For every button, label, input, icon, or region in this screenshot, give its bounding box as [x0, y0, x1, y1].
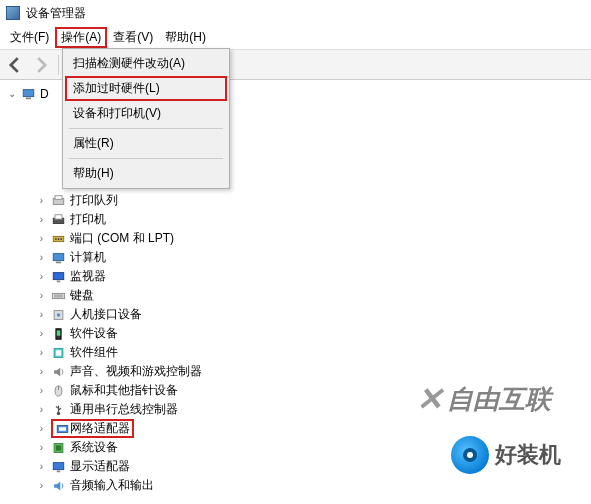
tree-item[interactable]: ›软件设备 — [6, 324, 591, 343]
audio-io-icon — [51, 479, 66, 493]
chevron-right-icon[interactable]: › — [36, 461, 47, 472]
tree-item[interactable]: ›键盘 — [6, 286, 591, 305]
forward-button[interactable] — [30, 54, 52, 76]
menu-view[interactable]: 查看(V) — [107, 27, 159, 48]
hid-icon — [51, 308, 66, 322]
tree-item[interactable]: ›打印队列 — [6, 191, 591, 210]
menu-help[interactable]: 帮助(H) — [159, 27, 212, 48]
watermark-logo-icon — [451, 436, 489, 474]
svg-rect-28 — [59, 427, 66, 431]
svg-rect-30 — [56, 445, 61, 450]
svg-rect-12 — [53, 272, 64, 279]
chevron-right-icon[interactable]: › — [36, 328, 47, 339]
tree-item[interactable]: ›软件组件 — [6, 343, 591, 362]
dropdown-scan[interactable]: 扫描检测硬件改动(A) — [65, 51, 227, 76]
highlight-box: 网络适配器 — [51, 419, 134, 438]
port-icon — [51, 232, 66, 246]
tree-item-label: 监视器 — [70, 268, 106, 285]
network-icon — [55, 422, 70, 436]
svg-point-8 — [58, 238, 60, 240]
toolbar-separator — [58, 55, 59, 75]
dropdown-help[interactable]: 帮助(H) — [65, 161, 227, 186]
system-icon — [51, 441, 66, 455]
printer-icon — [51, 213, 66, 227]
tree-item-label: 系统设备 — [70, 439, 118, 456]
watermark-2: 好装机 — [451, 436, 561, 474]
svg-rect-13 — [57, 280, 61, 282]
chevron-right-icon[interactable]: › — [36, 309, 47, 320]
tree-item-label: 端口 (COM 和 LPT) — [70, 230, 174, 247]
app-icon — [6, 6, 20, 20]
computer-icon — [21, 87, 36, 101]
tree-item[interactable]: ›打印机 — [6, 210, 591, 229]
dropdown-add-legacy[interactable]: 添加过时硬件(L) — [65, 76, 227, 101]
chevron-right-icon[interactable]: › — [36, 214, 47, 225]
chevron-right-icon[interactable]: › — [36, 480, 47, 491]
tree-item[interactable]: ›声音、视频和游戏控制器 — [6, 362, 591, 381]
chevron-right-icon[interactable]: › — [36, 233, 47, 244]
tree-item-label: 音频输入和输出 — [70, 477, 154, 494]
software-icon — [51, 327, 66, 341]
menu-action[interactable]: 操作(A) — [55, 27, 107, 48]
watermark-1: ✕ 自由互联 — [416, 380, 551, 418]
tree-item[interactable]: ›监视器 — [6, 267, 591, 286]
watermark-1-text: 自由互联 — [447, 382, 551, 417]
tree-item-label: 人机接口设备 — [70, 306, 142, 323]
tree-item-label: 通用串行总线控制器 — [70, 401, 178, 418]
tree-item-label: 软件组件 — [70, 344, 118, 361]
tree-item[interactable]: ›音频输入和输出 — [6, 476, 591, 495]
display-icon — [51, 460, 66, 474]
svg-rect-11 — [56, 261, 61, 263]
window-title: 设备管理器 — [26, 5, 86, 22]
svg-rect-20 — [57, 330, 61, 335]
back-button[interactable] — [4, 54, 26, 76]
chevron-right-icon[interactable]: › — [36, 423, 47, 434]
usb-icon — [51, 403, 66, 417]
tree-item-label: 计算机 — [70, 249, 106, 266]
action-dropdown: 扫描检测硬件改动(A) 添加过时硬件(L) 设备和打印机(V) 属性(R) 帮助… — [62, 48, 230, 189]
tree-root-label: D — [40, 87, 49, 101]
chevron-right-icon[interactable]: › — [36, 366, 47, 377]
tree-item-label: 网络适配器 — [70, 420, 130, 437]
chevron-right-icon[interactable]: › — [36, 290, 47, 301]
chevron-right-icon[interactable]: › — [36, 442, 47, 453]
computer-icon — [51, 251, 66, 265]
tree-item-label: 声音、视频和游戏控制器 — [70, 363, 202, 380]
audio-icon — [51, 365, 66, 379]
chevron-right-icon[interactable]: › — [36, 271, 47, 282]
menu-bar: 文件(F) 操作(A) 查看(V) 帮助(H) — [0, 26, 591, 50]
keyboard-icon — [51, 289, 66, 303]
svg-rect-0 — [23, 89, 34, 96]
expander-icon[interactable]: ⌄ — [6, 88, 17, 99]
svg-rect-31 — [53, 462, 64, 469]
dropdown-devices[interactable]: 设备和打印机(V) — [65, 101, 227, 126]
tree-item[interactable]: ›端口 (COM 和 LPT) — [6, 229, 591, 248]
chevron-right-icon[interactable]: › — [36, 404, 47, 415]
chevron-right-icon[interactable]: › — [36, 195, 47, 206]
svg-rect-5 — [55, 214, 62, 218]
title-bar: 设备管理器 — [0, 0, 591, 26]
svg-rect-32 — [57, 470, 61, 472]
tree-item[interactable]: ›人机接口设备 — [6, 305, 591, 324]
tree-item-label: 键盘 — [70, 287, 94, 304]
tree-item-label: 打印队列 — [70, 192, 118, 209]
chevron-right-icon[interactable]: › — [36, 385, 47, 396]
chevron-right-icon[interactable]: › — [36, 252, 47, 263]
tree-item[interactable]: ›计算机 — [6, 248, 591, 267]
x-icon: ✕ — [416, 380, 443, 418]
svg-rect-10 — [53, 253, 64, 260]
menu-file[interactable]: 文件(F) — [4, 27, 55, 48]
tree-item-label: 软件设备 — [70, 325, 118, 342]
tree-item-label: 打印机 — [70, 211, 106, 228]
watermark-2-text: 好装机 — [495, 442, 561, 467]
svg-point-18 — [57, 313, 61, 317]
mouse-icon — [51, 384, 66, 398]
printer-queue-icon — [51, 194, 66, 208]
tree-item-label: 鼠标和其他指针设备 — [70, 382, 178, 399]
svg-rect-1 — [26, 97, 31, 99]
dropdown-properties[interactable]: 属性(R) — [65, 131, 227, 156]
dropdown-separator — [69, 128, 223, 129]
svg-rect-14 — [52, 293, 64, 298]
svg-point-7 — [55, 238, 57, 240]
chevron-right-icon[interactable]: › — [36, 347, 47, 358]
